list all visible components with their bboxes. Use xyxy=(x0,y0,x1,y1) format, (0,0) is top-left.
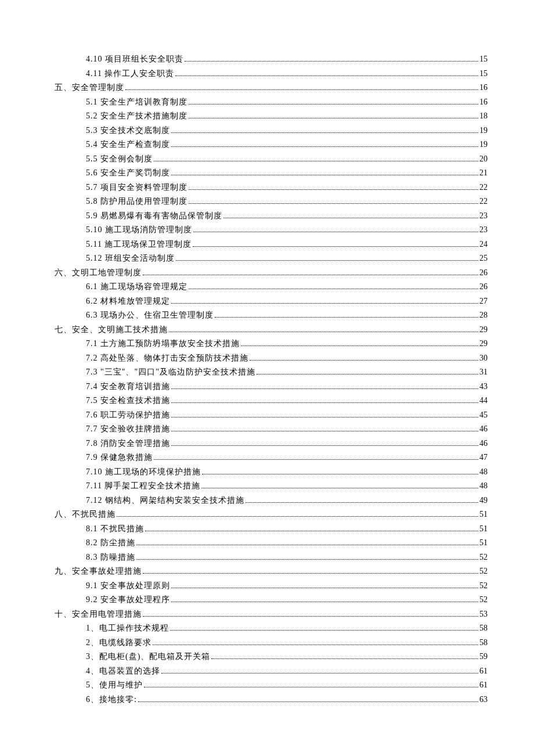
toc-page-number: 63 xyxy=(479,693,488,707)
toc-label: 十、安全用电管理措施 xyxy=(55,607,142,622)
toc-leader-dots xyxy=(136,559,478,560)
toc-page-number: 47 xyxy=(479,451,488,465)
toc-page-number: 31 xyxy=(479,365,488,380)
toc-label: 6.3 现场办公、住宿卫生管理制度 xyxy=(86,308,214,323)
toc-entry[interactable]: 6.1 施工现场场容管理规定26 xyxy=(46,280,488,294)
toc-entry[interactable]: 2、电缆线路要求58 xyxy=(46,636,488,650)
toc-entry[interactable]: 9.1 安全事故处理原则52 xyxy=(46,579,488,593)
toc-entry[interactable]: 7.1 土方施工预防坍塌事故安全技术措施29 xyxy=(46,337,488,351)
toc-entry[interactable]: 5.2 安全生产技术措施制度18 xyxy=(46,109,488,124)
toc-page-number: 48 xyxy=(479,479,488,494)
toc-entry[interactable]: 5.10 施工现场消防管理制度23 xyxy=(46,223,488,237)
toc-page-number: 21 xyxy=(479,166,488,181)
toc-entry[interactable]: 8.2 防尘措施51 xyxy=(46,536,488,550)
page-container: 4.10 项目班组长安全职责154.11 操作工人安全职责15五、安全管理制度1… xyxy=(0,0,534,756)
toc-label: 7.4 安全教育培训措施 xyxy=(86,380,170,394)
toc-entry[interactable]: 5.1 安全生产培训教育制度16 xyxy=(46,95,488,110)
toc-entry[interactable]: 5.11 施工现场保卫管理制度24 xyxy=(46,237,488,252)
toc-page-number: 52 xyxy=(479,593,488,607)
toc-label: 4、电器装置的选择 xyxy=(86,664,160,679)
toc-entry[interactable]: 7.10 施工现场的环境保护措施48 xyxy=(46,465,488,480)
toc-leader-dots xyxy=(143,573,478,574)
toc-entry[interactable]: 8.3 防噪措施52 xyxy=(46,550,488,565)
toc-entry[interactable]: 5.8 防护用品使用管理制度22 xyxy=(46,195,488,209)
toc-page-number: 28 xyxy=(479,308,488,323)
toc-leader-dots xyxy=(171,588,478,588)
toc-page-number: 61 xyxy=(479,664,488,679)
toc-entry[interactable]: 7.8 消防安全管理措施46 xyxy=(46,437,488,451)
toc-entry[interactable]: 5.7 项目安全资料管理制度22 xyxy=(46,181,488,195)
toc-leader-dots xyxy=(171,303,478,304)
toc-page-number: 29 xyxy=(479,323,488,337)
toc-entry[interactable]: 1、电工操作技术规程58 xyxy=(46,621,488,636)
toc-entry[interactable]: 6.3 现场办公、住宿卫生管理制度28 xyxy=(46,308,488,323)
toc-entry[interactable]: 7.11 脚手架工程安全技术措施48 xyxy=(46,479,488,494)
toc-page-number: 30 xyxy=(479,351,488,366)
toc-leader-dots xyxy=(189,203,478,204)
toc-leader-dots xyxy=(125,89,478,90)
toc-entry[interactable]: 5.4 安全生产检查制度19 xyxy=(46,138,488,152)
toc-entry[interactable]: 7.7 安全验收挂牌措施46 xyxy=(46,422,488,437)
toc-entry[interactable]: 6、接地接零:63 xyxy=(46,693,488,707)
toc-label: 1、电工操作技术规程 xyxy=(86,621,169,636)
toc-page-number: 26 xyxy=(479,280,488,294)
toc-entry[interactable]: 7.2 高处坠落、物体打击安全预防技术措施30 xyxy=(46,351,488,366)
toc-entry[interactable]: 7.6 职工劳动保护措施45 xyxy=(46,408,488,423)
toc-entry[interactable]: 八、不扰民措施51 xyxy=(46,507,488,522)
toc-entry[interactable]: 5.9 易燃易爆有毒有害物品保管制度23 xyxy=(46,209,488,224)
toc-leader-dots xyxy=(154,161,478,161)
table-of-contents: 4.10 项目班组长安全职责154.11 操作工人安全职责15五、安全管理制度1… xyxy=(46,52,488,707)
toc-entry[interactable]: 七、安全、文明施工技术措施29 xyxy=(46,323,488,337)
toc-page-number: 49 xyxy=(479,494,488,508)
toc-label: 6.2 材料堆放管理规定 xyxy=(86,294,170,309)
toc-leader-dots xyxy=(189,189,478,190)
toc-entry[interactable]: 4.11 操作工人安全职责15 xyxy=(46,67,488,81)
toc-entry[interactable]: 7.5 安全检查技术措施44 xyxy=(46,394,488,408)
toc-entry[interactable]: 4.10 项目班组长安全职责15 xyxy=(46,52,488,67)
toc-label: 5.12 班组安全活动制度 xyxy=(86,251,175,266)
toc-entry[interactable]: 五、安全管理制度16 xyxy=(46,81,488,95)
toc-entry[interactable]: 5.5 安全例会制度20 xyxy=(46,152,488,167)
toc-entry[interactable]: 5.6 安全生产奖罚制度21 xyxy=(46,166,488,181)
toc-leader-dots xyxy=(241,345,478,346)
toc-label: 5.6 安全生产奖罚制度 xyxy=(86,166,170,181)
toc-label: 5、使用与维护 xyxy=(86,678,143,693)
toc-entry[interactable]: 6.2 材料堆放管理规定27 xyxy=(46,294,488,309)
toc-label: 7.8 消防安全管理措施 xyxy=(86,437,170,451)
toc-entry[interactable]: 十、安全用电管理措施53 xyxy=(46,607,488,622)
toc-entry[interactable]: 9.2 安全事故处理程序52 xyxy=(46,593,488,607)
toc-leader-dots xyxy=(201,488,478,488)
toc-leader-dots xyxy=(189,118,478,118)
toc-label: 九、安全事故处理措施 xyxy=(55,564,142,579)
toc-leader-dots xyxy=(211,658,478,659)
toc-label: 4.11 操作工人安全职责 xyxy=(86,67,174,81)
toc-entry[interactable]: 7.12 钢结构、网架结构安装安全技术措施49 xyxy=(46,494,488,508)
toc-entry[interactable]: 7.3 "三宝"、"四口"及临边防护安全技术措施31 xyxy=(46,365,488,380)
toc-label: 七、安全、文明施工技术措施 xyxy=(55,323,168,337)
toc-label: 5.7 项目安全资料管理制度 xyxy=(86,181,187,195)
toc-entry[interactable]: 3、配电柜(盘)、配电箱及开关箱59 xyxy=(46,650,488,664)
toc-label: 六、文明工地管理制度 xyxy=(55,266,142,280)
toc-entry[interactable]: 九、安全事故处理措施52 xyxy=(46,564,488,579)
toc-page-number: 51 xyxy=(479,536,488,550)
toc-label: 6.1 施工现场场容管理规定 xyxy=(86,280,187,294)
toc-leader-dots xyxy=(257,374,478,375)
toc-page-number: 53 xyxy=(479,607,488,622)
toc-entry[interactable]: 5.12 班组安全活动制度25 xyxy=(46,251,488,266)
toc-page-number: 45 xyxy=(479,408,488,423)
toc-entry[interactable]: 六、文明工地管理制度26 xyxy=(46,266,488,280)
toc-entry[interactable]: 5.3 安全技术交底制度19 xyxy=(46,124,488,138)
toc-page-number: 46 xyxy=(479,422,488,437)
toc-page-number: 23 xyxy=(479,209,488,224)
toc-page-number: 51 xyxy=(479,522,488,537)
toc-leader-dots xyxy=(171,431,478,431)
toc-entry[interactable]: 7.4 安全教育培训措施43 xyxy=(46,380,488,394)
toc-entry[interactable]: 8.1 不扰民措施51 xyxy=(46,522,488,537)
toc-entry[interactable]: 7.9 保健急救措施47 xyxy=(46,451,488,465)
toc-leader-dots xyxy=(143,616,478,617)
toc-label: 4.10 项目班组长安全职责 xyxy=(86,52,183,67)
toc-entry[interactable]: 4、电器装置的选择61 xyxy=(46,664,488,679)
toc-label: 八、不扰民措施 xyxy=(55,507,116,522)
toc-entry[interactable]: 5、使用与维护61 xyxy=(46,678,488,693)
toc-page-number: 44 xyxy=(479,394,488,408)
